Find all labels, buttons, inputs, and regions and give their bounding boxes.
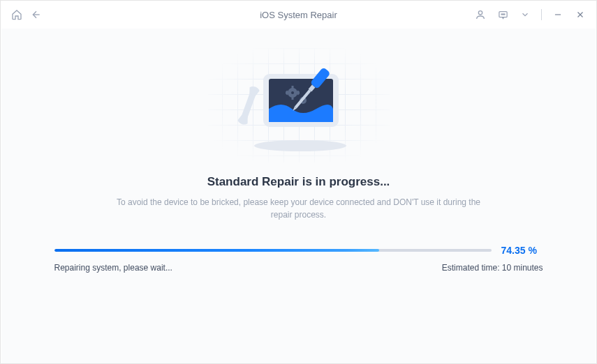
titlebar-separator [541, 9, 542, 20]
svg-point-20 [291, 91, 294, 94]
svg-rect-12 [291, 86, 293, 89]
chevron-down-icon[interactable] [519, 8, 531, 21]
svg-point-8 [254, 140, 346, 151]
progress-fill [54, 249, 379, 252]
minimize-icon[interactable] [552, 8, 564, 21]
user-icon[interactable] [474, 8, 487, 21]
progress-meta: Repairing system, please wait... Estimat… [54, 263, 543, 273]
svg-point-2 [501, 13, 502, 14]
titlebar-left [10, 8, 43, 21]
titlebar-right [474, 8, 587, 21]
progress-percent: 74.35 % [501, 245, 543, 256]
progress-row: 74.35 % [54, 245, 543, 256]
repair-illustration [208, 48, 390, 162]
home-icon[interactable] [10, 8, 23, 21]
svg-rect-13 [291, 97, 293, 100]
window-title: iOS System Repair [260, 10, 337, 20]
progress-bar [54, 249, 492, 252]
chat-icon[interactable] [496, 8, 509, 21]
close-icon[interactable] [574, 8, 587, 21]
progress-status-text: Repairing system, please wait... [54, 263, 172, 273]
titlebar: iOS System Repair [1, 1, 596, 29]
main-content: Standard Repair is in progress... To avo… [1, 29, 596, 363]
svg-point-4 [503, 13, 504, 14]
svg-point-0 [478, 11, 482, 15]
main-subtext: To avoid the device to be bricked, pleas… [110, 196, 487, 221]
main-heading: Standard Repair is in progress... [207, 175, 390, 189]
progress-eta-text: Estimated time: 10 minutes [442, 263, 543, 273]
svg-point-3 [502, 13, 503, 14]
back-icon[interactable] [30, 8, 43, 21]
